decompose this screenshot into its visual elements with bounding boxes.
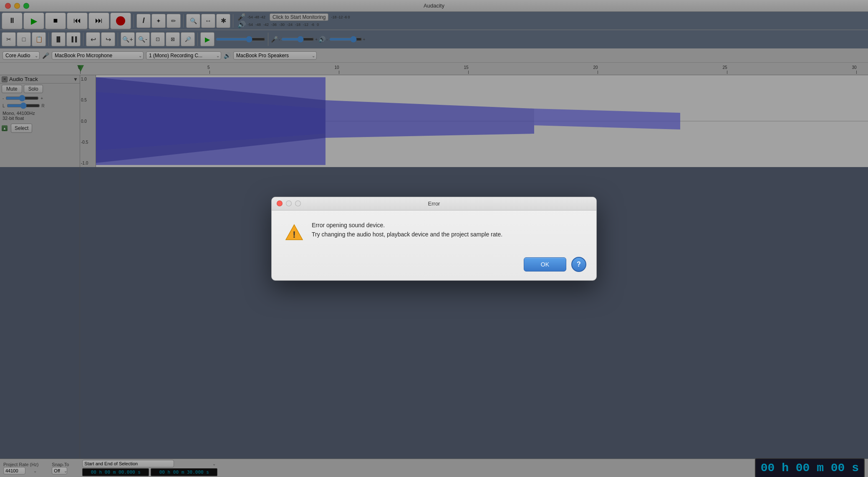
dialog-title: Error: [428, 200, 440, 207]
dialog-ok-button[interactable]: OK: [524, 257, 566, 271]
svg-text:!: !: [293, 229, 295, 240]
warning-icon: !: [285, 224, 303, 242]
dialog-title-bar: Error: [272, 197, 596, 211]
dialog-message-line1: Error opening sound device.: [312, 221, 502, 230]
dialog-overlay: Error ! Error opening sound device. Try …: [0, 0, 868, 477]
dialog-min-button: [286, 200, 292, 206]
dialog-help-button[interactable]: ?: [571, 257, 586, 272]
dialog-max-button: [295, 200, 301, 206]
dialog-body: ! Error opening sound device. Try changi…: [272, 211, 596, 252]
error-dialog: Error ! Error opening sound device. Try …: [271, 197, 597, 281]
dialog-message-line2: Try changing the audio host, playback de…: [312, 230, 502, 239]
dialog-footer: OK ?: [272, 252, 596, 280]
dialog-message-section: Error opening sound device. Try changing…: [312, 221, 502, 239]
dialog-close-button[interactable]: [277, 200, 283, 206]
dialog-window-controls: [277, 200, 301, 206]
